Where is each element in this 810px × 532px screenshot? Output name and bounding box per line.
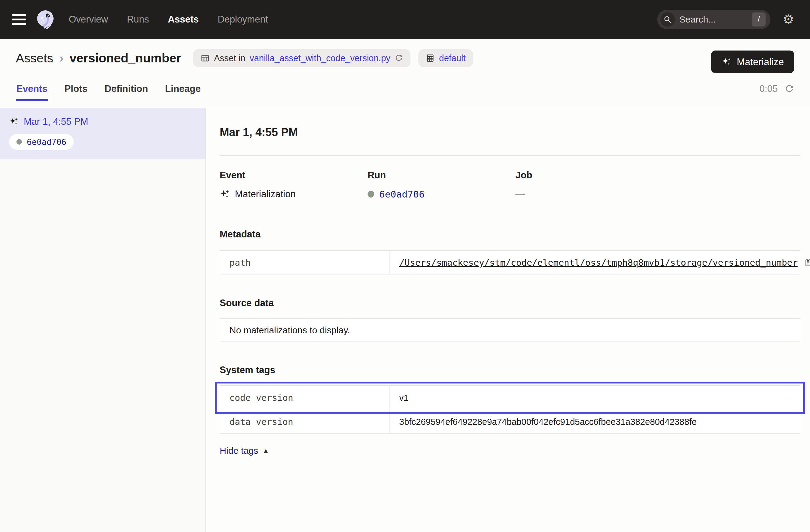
search-box[interactable]: / xyxy=(657,10,771,29)
tab-events[interactable]: Events xyxy=(16,77,48,100)
event-detail-pane: Mar 1, 4:55 PM Event Materialization xyxy=(206,108,810,532)
run-column-label: Run xyxy=(368,170,516,181)
materialization-sparkle-icon xyxy=(220,189,230,199)
table-end-cell xyxy=(784,386,800,410)
tag-key: code_version xyxy=(220,386,390,410)
asset-tabs: Events Plots Definition Lineage xyxy=(16,77,201,100)
asset-definition-chip[interactable]: Asset in vanilla_asset_with_code_version… xyxy=(193,49,410,67)
tag-value: v1 xyxy=(399,393,409,403)
table-end-cell xyxy=(784,410,800,433)
search-input[interactable] xyxy=(679,14,751,25)
nav-item-overview[interactable]: Overview xyxy=(69,14,108,25)
source-data-title: Source data xyxy=(220,297,800,309)
hamburger-menu-icon[interactable] xyxy=(12,14,26,25)
table-grid-icon xyxy=(200,53,210,63)
event-type-value: Materialization xyxy=(235,189,296,200)
search-icon xyxy=(660,12,675,27)
tab-definition[interactable]: Definition xyxy=(104,77,148,100)
tab-lineage[interactable]: Lineage xyxy=(164,77,201,100)
nav-item-runs[interactable]: Runs xyxy=(127,14,149,25)
event-timestamp: Mar 1, 4:55 PM xyxy=(24,116,88,127)
group-grid-icon xyxy=(426,53,435,63)
materialize-button[interactable]: Materialize xyxy=(711,50,794,73)
group-chip[interactable]: default xyxy=(418,49,473,67)
breadcrumb: Assets › versioned_number xyxy=(16,51,181,65)
tag-value: 3bfc269594ef649228e9a74bab00f042efc91d5a… xyxy=(399,417,697,427)
materialize-button-label: Materialize xyxy=(737,56,784,68)
search-shortcut-badge: / xyxy=(751,13,765,27)
asset-file-link[interactable]: vanilla_asset_with_code_version.py xyxy=(249,53,390,63)
refresh-countdown: 0:05 xyxy=(760,83,778,94)
hide-tags-toggle[interactable]: Hide tags ▲ xyxy=(220,446,269,456)
job-empty-value: — xyxy=(516,189,525,200)
run-id-badge-label: 6e0ad706 xyxy=(27,137,66,147)
table-row: path /Users/smackesey/stm/code/elementl/… xyxy=(220,251,800,275)
gear-icon[interactable]: ⚙ xyxy=(783,13,794,26)
metadata-section: Metadata path /Users/smackesey/stm/code/… xyxy=(220,229,800,275)
page-title: versioned_number xyxy=(69,51,181,65)
event-column: Event Materialization xyxy=(220,170,368,200)
asset-chip-prefix: Asset in xyxy=(214,53,245,63)
nav-item-deployment[interactable]: Deployment xyxy=(217,14,268,25)
metadata-key: path xyxy=(220,251,390,275)
nav-item-assets[interactable]: Assets xyxy=(168,14,199,25)
system-tags-table: code_version v1 data_version 3bfc269594e… xyxy=(220,385,800,434)
table-row-data-version: data_version 3bfc269594ef649228e9a74bab0… xyxy=(220,410,800,433)
caret-up-icon: ▲ xyxy=(263,447,269,455)
metadata-title: Metadata xyxy=(220,229,800,240)
divider xyxy=(220,155,800,156)
tag-key: data_version xyxy=(220,410,390,433)
event-summary: Event Materialization Run 6 xyxy=(220,170,800,200)
empty-message-text: No materializations to display. xyxy=(229,325,350,335)
event-list-sidebar: Mar 1, 4:55 PM 6e0ad706 xyxy=(0,108,206,532)
run-column: Run 6e0ad706 xyxy=(368,170,516,200)
primary-nav: Overview Runs Assets Deployment xyxy=(69,14,268,25)
metadata-path-link[interactable]: /Users/smackesey/stm/code/elementl/oss/t… xyxy=(399,257,797,268)
chevron-right-icon: › xyxy=(59,51,63,65)
job-column: Job — xyxy=(516,170,800,200)
group-chip-label: default xyxy=(439,53,466,63)
table-row-code-version: code_version v1 xyxy=(220,386,800,410)
event-detail-heading: Mar 1, 4:55 PM xyxy=(220,126,800,139)
event-list-item-selected[interactable]: Mar 1, 4:55 PM 6e0ad706 xyxy=(0,108,205,159)
asset-header: Assets › versioned_number Asset in vanil… xyxy=(0,39,810,108)
materialization-sparkle-icon xyxy=(9,117,19,127)
run-id-link[interactable]: 6e0ad706 xyxy=(379,189,424,200)
refresh-icon[interactable] xyxy=(784,84,794,94)
job-column-label: Job xyxy=(516,170,800,181)
run-status-dot xyxy=(368,191,374,197)
metadata-table: path /Users/smackesey/stm/code/elementl/… xyxy=(220,250,800,275)
hide-tags-label: Hide tags xyxy=(220,446,258,456)
system-tags-section: System tags code_version v1 data_version… xyxy=(220,365,800,456)
top-nav-bar: Overview Runs Assets Deployment / ⚙ xyxy=(0,0,810,39)
copy-to-clipboard-icon[interactable] xyxy=(804,258,810,267)
sparkle-icon xyxy=(722,57,732,67)
run-status-dot xyxy=(16,139,22,145)
tab-plots[interactable]: Plots xyxy=(64,77,88,100)
source-data-section: Source data No materializations to displ… xyxy=(220,297,800,342)
reload-definition-icon[interactable] xyxy=(395,54,403,62)
run-id-badge[interactable]: 6e0ad706 xyxy=(9,134,74,150)
system-tags-title: System tags xyxy=(220,365,800,375)
event-column-label: Event xyxy=(220,170,368,181)
dagster-logo-icon[interactable] xyxy=(35,10,55,30)
source-data-empty-message: No materializations to display. xyxy=(220,318,800,342)
breadcrumb-assets-link[interactable]: Assets xyxy=(16,51,53,65)
